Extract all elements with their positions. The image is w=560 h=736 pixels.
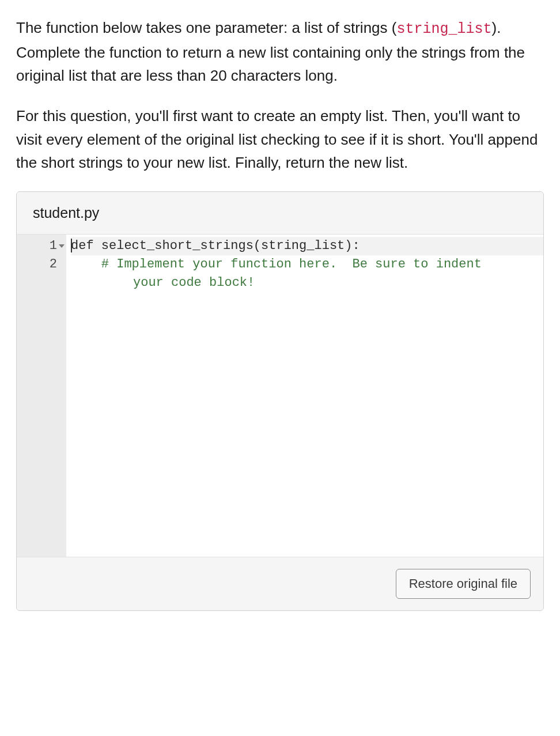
code-inline-param: string_list <box>396 21 491 37</box>
instr-text: The function below takes one parameter: … <box>16 19 396 36</box>
code-line-1[interactable]: def select_short_strings(string_list): <box>71 237 543 255</box>
line-number: 2 <box>50 257 57 271</box>
editor-gutter: 1 2 <box>17 235 66 557</box>
token-comment-wrap: your code block! <box>71 274 543 292</box>
code-editor-panel: student.py 1 2 def select_short_strings(… <box>16 191 544 611</box>
code-line-2[interactable]: # Implement your function here. Be sure … <box>71 255 543 292</box>
token-paren-close: ): <box>345 239 360 253</box>
restore-original-file-button[interactable]: Restore original file <box>396 569 531 599</box>
editor-body[interactable]: 1 2 def select_short_strings(string_list… <box>17 234 543 557</box>
token-func-name: select_short_strings <box>101 239 253 253</box>
fold-marker-icon[interactable] <box>59 244 65 248</box>
gutter-line-2: 2 <box>17 255 66 274</box>
token-comment: # Implement your function here. Be sure … <box>101 257 489 271</box>
line-number: 1 <box>50 239 57 253</box>
instructions-para-1: The function below takes one parameter: … <box>16 16 544 87</box>
token-param: string_list <box>261 239 345 253</box>
instructions-para-2: For this question, you'll first want to … <box>16 104 544 174</box>
token-paren-open: ( <box>253 239 261 253</box>
token-keyword-def: def <box>71 239 94 253</box>
editor-filename: student.py <box>17 192 543 234</box>
editor-footer: Restore original file <box>17 557 543 610</box>
instructions-block: The function below takes one parameter: … <box>16 16 544 174</box>
code-area[interactable]: def select_short_strings(string_list): #… <box>66 235 543 557</box>
gutter-line-1: 1 <box>17 237 66 255</box>
